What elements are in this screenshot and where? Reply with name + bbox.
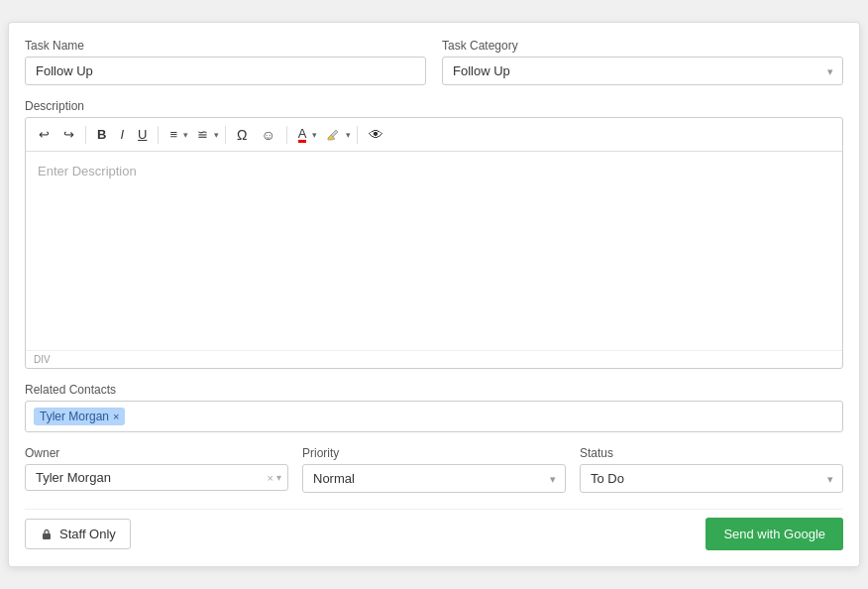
description-editor-container: ↩ ↪ B I U ≡ ▾ ≌ ▾ Ω ☺: [25, 117, 843, 369]
status-select[interactable]: To Do In Progress Done Cancelled: [580, 464, 843, 493]
highlight-chevron: ▾: [346, 130, 351, 140]
undo-button[interactable]: ↩: [34, 124, 54, 145]
task-header-row: Task Name Task Category Follow Up Call E…: [25, 39, 843, 85]
task-modal: Task Name Task Category Follow Up Call E…: [8, 22, 860, 567]
status-label: Status: [580, 446, 843, 460]
highlight-button[interactable]: [321, 125, 345, 145]
omega-button[interactable]: Ω: [232, 124, 252, 146]
priority-field-group: Priority Normal High Low: [302, 446, 566, 493]
task-category-field-group: Task Category Follow Up Call Email Meeti…: [442, 39, 843, 85]
staff-only-button[interactable]: Staff Only: [25, 519, 131, 549]
font-color-group: A ▾: [293, 124, 318, 146]
status-field-group: Status To Do In Progress Done Cancelled: [580, 446, 843, 493]
description-label: Description: [25, 99, 843, 113]
staff-only-label: Staff Only: [59, 527, 116, 541]
task-category-select-wrapper: Follow Up Call Email Meeting: [442, 57, 843, 85]
task-category-select[interactable]: Follow Up Call Email Meeting: [442, 57, 843, 85]
editor-mode-indicator: DIV: [34, 354, 51, 365]
contact-tag-name: Tyler Morgan: [40, 410, 109, 423]
related-contacts-label: Related Contacts: [25, 383, 843, 397]
priority-select[interactable]: Normal High Low: [302, 464, 566, 493]
task-name-label: Task Name: [25, 39, 426, 53]
toolbar-divider-4: [286, 126, 287, 144]
highlight-group: ▾: [321, 125, 351, 145]
owner-dropdown-arrow[interactable]: ▾: [276, 472, 281, 483]
editor-toolbar: ↩ ↪ B I U ≡ ▾ ≌ ▾ Ω ☺: [26, 118, 842, 152]
related-contacts-field-group: Related Contacts Tyler Morgan ×: [25, 383, 843, 446]
owner-value: Tyler Morgan: [36, 470, 111, 485]
task-name-input[interactable]: [25, 57, 426, 85]
italic-button[interactable]: I: [115, 124, 129, 145]
toolbar-divider-1: [85, 126, 86, 144]
contact-tag: Tyler Morgan ×: [34, 408, 125, 425]
owner-input[interactable]: Tyler Morgan × ▾: [25, 464, 288, 491]
owner-priority-status-row: Owner Tyler Morgan × ▾ Priority Normal H…: [25, 446, 843, 493]
unordered-list-button[interactable]: ≌: [192, 124, 213, 145]
owner-clear-button[interactable]: ×: [268, 472, 273, 484]
description-placeholder: Enter Description: [38, 164, 137, 178]
toolbar-divider-2: [158, 126, 159, 144]
unordered-list-group: ≌ ▾: [192, 124, 219, 145]
lock-icon: [40, 528, 54, 541]
description-field-group: Description ↩ ↪ B I U ≡ ▾ ≌ ▾: [25, 99, 843, 383]
contact-tag-remove[interactable]: ×: [113, 411, 119, 422]
preview-button[interactable]: 👁: [364, 123, 388, 146]
owner-label: Owner: [25, 446, 288, 460]
font-color-chevron: ▾: [312, 130, 317, 140]
underline-button[interactable]: U: [133, 124, 152, 145]
priority-label: Priority: [302, 446, 566, 460]
toolbar-divider-5: [357, 126, 358, 144]
ordered-list-chevron: ▾: [183, 130, 188, 140]
owner-controls: × ▾: [268, 472, 281, 484]
bold-button[interactable]: B: [92, 124, 111, 145]
ordered-list-button[interactable]: ≡: [164, 124, 182, 145]
svg-rect-0: [43, 533, 51, 539]
toolbar-divider-3: [225, 126, 226, 144]
related-contacts-input[interactable]: Tyler Morgan ×: [25, 401, 843, 432]
task-name-field-group: Task Name: [25, 39, 426, 85]
send-with-google-button[interactable]: Send with Google: [705, 518, 843, 550]
priority-select-wrapper: Normal High Low: [302, 464, 566, 493]
redo-button[interactable]: ↪: [58, 124, 79, 145]
ordered-list-group: ≡ ▾: [164, 124, 188, 145]
emoji-button[interactable]: ☺: [256, 124, 279, 146]
task-category-label: Task Category: [442, 39, 843, 53]
font-color-button[interactable]: A: [293, 124, 312, 146]
owner-field-group: Owner Tyler Morgan × ▾: [25, 446, 288, 493]
unordered-list-chevron: ▾: [214, 130, 219, 140]
description-input[interactable]: Enter Description: [26, 152, 842, 350]
editor-footer: DIV: [26, 350, 842, 368]
modal-footer: Staff Only Send with Google: [25, 509, 843, 550]
status-select-wrapper: To Do In Progress Done Cancelled: [580, 464, 843, 493]
send-google-label: Send with Google: [723, 527, 825, 541]
